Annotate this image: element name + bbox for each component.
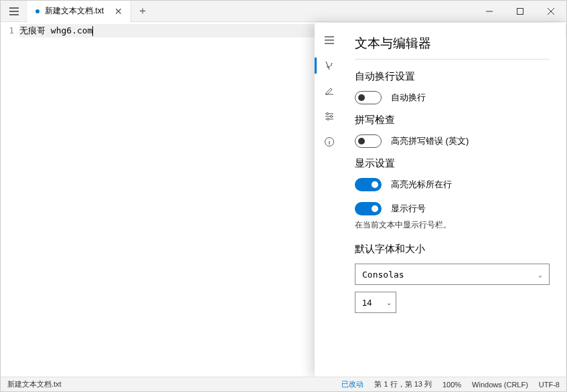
hint-lineno: 在当前文本中显示行号栏。 <box>355 219 550 231</box>
font-family-value: Consolas <box>362 270 404 280</box>
sliders-icon <box>324 111 335 122</box>
text-icon <box>324 60 335 71</box>
close-icon <box>548 8 554 15</box>
chevron-down-icon: ⌄ <box>538 271 542 278</box>
status-file[interactable]: 新建文本文档.txt <box>7 379 331 389</box>
menu-button[interactable] <box>1 1 27 22</box>
maximize-button[interactable] <box>505 1 536 22</box>
panel-content: 文本与编辑器 自动换行设置 自动换行 拼写检查 高亮拼写错误 (英文) 显示设置… <box>344 23 566 377</box>
label-spell: 高亮拼写错误 (英文) <box>391 135 469 147</box>
status-eol[interactable]: Windows (CRLF) <box>472 381 528 389</box>
text-cursor <box>92 26 93 36</box>
panel-tab-edit[interactable] <box>316 79 343 103</box>
line-number: 1 <box>1 24 14 37</box>
divider <box>355 59 550 60</box>
status-modified[interactable]: 已改动 <box>341 379 363 389</box>
font-size-value: 14 <box>362 298 372 308</box>
label-wrap: 自动换行 <box>391 92 426 104</box>
minimize-icon <box>486 8 493 15</box>
toggle-knob <box>372 181 378 188</box>
maximize-icon <box>517 8 523 15</box>
status-bar: 新建文本文档.txt 已改动 第 1 行，第 13 列 100% Windows… <box>1 377 566 391</box>
status-encoding[interactable]: UTF-8 <box>539 381 560 389</box>
window-controls <box>474 1 566 22</box>
edit-icon <box>324 86 335 96</box>
modified-dot-icon <box>35 9 39 13</box>
panel-sidebar <box>315 23 344 377</box>
font-size-select[interactable]: 14 ⌄ <box>355 292 396 313</box>
toggle-knob <box>358 138 365 144</box>
toggle-wrap[interactable] <box>355 91 382 104</box>
setting-show-lineno: 显示行号 <box>355 202 550 215</box>
chevron-down-icon: ⌄ <box>386 299 392 306</box>
line-gutter: 1 <box>1 22 19 377</box>
hamburger-icon <box>324 35 335 45</box>
label-highlight-line: 高亮光标所在行 <box>391 179 452 191</box>
panel-title: 文本与编辑器 <box>355 35 550 52</box>
minimize-button[interactable] <box>474 1 505 22</box>
section-display-head: 显示设置 <box>355 157 550 170</box>
svg-point-1 <box>327 113 329 115</box>
file-tab[interactable]: 新建文本文档.txt ✕ <box>27 1 131 22</box>
new-tab-button[interactable]: ＋ <box>131 1 154 22</box>
font-family-select[interactable]: Consolas ⌄ <box>355 264 550 285</box>
toggle-knob <box>372 205 378 212</box>
panel-menu-button[interactable] <box>316 28 343 52</box>
info-icon <box>324 136 335 147</box>
status-zoom[interactable]: 100% <box>442 381 461 389</box>
svg-point-3 <box>327 118 329 120</box>
section-font-head: 默认字体和大小 <box>355 243 550 256</box>
line-text: 无痕哥 whg6.com <box>19 24 92 37</box>
panel-tab-text[interactable] <box>316 54 343 78</box>
setting-highlight-line: 高亮光标所在行 <box>355 178 550 191</box>
setting-wrap: 自动换行 <box>355 91 550 104</box>
label-show-lineno: 显示行号 <box>391 203 426 215</box>
settings-panel: 文本与编辑器 自动换行设置 自动换行 拼写检查 高亮拼写错误 (英文) 显示设置… <box>315 23 566 377</box>
toggle-highlight-line[interactable] <box>355 178 382 191</box>
section-wrap-head: 自动换行设置 <box>355 70 550 83</box>
tab-title: 新建文本文档.txt <box>45 5 104 17</box>
title-bar: 新建文本文档.txt ✕ ＋ <box>1 1 566 22</box>
panel-tab-info[interactable] <box>316 130 343 154</box>
svg-rect-0 <box>517 8 523 14</box>
svg-point-2 <box>331 116 333 118</box>
section-spell-head: 拼写检查 <box>355 114 550 126</box>
toggle-show-lineno[interactable] <box>355 202 382 215</box>
tab-close-button[interactable]: ✕ <box>110 3 127 19</box>
hamburger-icon <box>9 6 19 17</box>
panel-tab-settings[interactable] <box>316 104 343 128</box>
close-button[interactable] <box>536 1 566 22</box>
setting-spell: 高亮拼写错误 (英文) <box>355 134 550 148</box>
status-position[interactable]: 第 1 行，第 13 列 <box>374 379 432 389</box>
toggle-knob <box>358 94 365 101</box>
toggle-spell[interactable] <box>355 134 382 148</box>
